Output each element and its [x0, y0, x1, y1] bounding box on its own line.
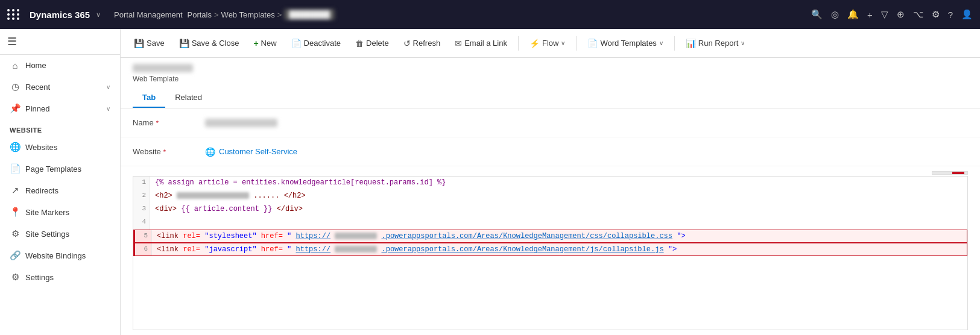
settings-icon[interactable]: ⚙	[932, 9, 940, 20]
toolbar-separator-1	[518, 36, 519, 51]
name-label: Name *	[133, 118, 205, 127]
tab-tab[interactable]: Tab	[133, 88, 165, 108]
sidebar-website-bindings-label: Website Bindings	[25, 251, 86, 260]
sidebar-page-templates-label: Page Templates	[25, 164, 81, 174]
sidebar-item-website-bindings[interactable]: 🔗 Website Bindings	[0, 245, 120, 266]
name-value[interactable]	[205, 119, 277, 127]
sidebar-site-markers-label: Site Markers	[25, 208, 69, 217]
flow-label: Flow	[542, 39, 558, 48]
circle-plus-icon[interactable]: ⊕	[897, 9, 905, 20]
breadcrumb-portals[interactable]: Portals	[188, 10, 212, 19]
app-name[interactable]: Dynamics 365	[30, 10, 90, 20]
sidebar-item-websites[interactable]: 🌐 Websites	[0, 136, 120, 158]
sidebar-item-home[interactable]: ⌂ Home	[0, 55, 120, 76]
delete-button[interactable]: 🗑 Delete	[349, 36, 395, 51]
new-label: New	[261, 39, 277, 48]
website-section-label: Website	[0, 119, 120, 136]
minimap-highlight	[952, 172, 964, 174]
run-report-icon: 📊	[686, 39, 696, 48]
main-layout: ☰ ⌂ Home ◷ Recent ∨ 📌 Pinned ∨ Website 🌐…	[0, 29, 980, 335]
websites-icon: 🌐	[10, 142, 21, 152]
sidebar-item-settings[interactable]: ⚙ Settings	[0, 266, 120, 288]
top-navigation: Dynamics 365 ∨ Portal Management Portals…	[0, 0, 980, 29]
portal-management-label[interactable]: Portal Management	[114, 10, 182, 19]
sidebar: ☰ ⌂ Home ◷ Recent ∨ 📌 Pinned ∨ Website 🌐…	[0, 29, 121, 335]
content-header: Web Template Tab Related	[121, 58, 980, 108]
flow-icon: ⚡	[530, 39, 540, 48]
breadcrumb-sep2: >	[277, 10, 282, 19]
sidebar-item-redirects[interactable]: ↗ Redirects	[0, 180, 120, 201]
refresh-button[interactable]: ↺ Refresh	[397, 36, 447, 51]
breadcrumb-web-templates[interactable]: Web Templates	[221, 10, 275, 19]
toolbar: 💾 Save 💾 Save & Close + New 📄 Deactivate…	[121, 29, 980, 58]
pinned-icon: 📌	[10, 103, 21, 114]
save-close-button[interactable]: 💾 Save & Close	[173, 36, 245, 51]
email-link-label: Email a Link	[464, 39, 507, 48]
code-line-5: 5 <link rel= "stylesheet" href= " https:…	[133, 230, 967, 243]
word-templates-label: Word Templates	[600, 39, 656, 48]
app-name-chevron-icon[interactable]: ∨	[96, 11, 101, 19]
deactivate-button[interactable]: 📄 Deactivate	[285, 36, 347, 51]
sidebar-websites-label: Websites	[25, 143, 57, 152]
flow-chevron-icon: ∨	[561, 40, 565, 46]
user-icon[interactable]: 👤	[961, 9, 973, 20]
sidebar-top: ☰	[0, 29, 120, 55]
website-link-text: Customer Self-Service	[219, 147, 297, 156]
code-editor[interactable]: 1 {% assign article = entities.knowledge…	[133, 176, 968, 330]
link-6-suffix[interactable]: .powerappsportals.com/Areas/KnowledgeMan…	[382, 245, 664, 254]
save-close-label: Save & Close	[192, 39, 239, 48]
delete-label: Delete	[366, 39, 389, 48]
deactivate-label: Deactivate	[304, 39, 341, 48]
flow-button[interactable]: ⚡ Flow ∨	[523, 36, 571, 51]
toolbar-separator-2	[576, 36, 577, 51]
name-field: Name *	[121, 108, 980, 137]
word-templates-button[interactable]: 📄 Word Templates ∨	[581, 36, 669, 51]
new-button[interactable]: + New	[247, 36, 282, 51]
link-5-suffix[interactable]: .powerappsportals.com/Areas/KnowledgeMan…	[382, 232, 672, 240]
run-report-button[interactable]: 📊 Run Report ∨	[680, 36, 751, 51]
sidebar-item-page-templates[interactable]: 📄 Page Templates	[0, 158, 120, 180]
refresh-icon: ↺	[403, 39, 411, 48]
filter-icon[interactable]: ▽	[881, 9, 888, 20]
website-bindings-icon: 🔗	[10, 250, 21, 261]
sidebar-item-pinned[interactable]: 📌 Pinned ∨	[0, 98, 120, 119]
app-launcher-icon[interactable]	[7, 9, 20, 20]
pinned-chevron-icon: ∨	[106, 105, 110, 112]
sidebar-item-recent[interactable]: ◷ Recent ∨	[0, 76, 120, 98]
sidebar-redirects-label: Redirects	[25, 186, 58, 195]
run-report-chevron-icon: ∨	[741, 40, 745, 46]
website-label: Website *	[133, 147, 205, 156]
plus-icon[interactable]: +	[867, 10, 873, 20]
link-5-href[interactable]: https://	[296, 232, 330, 240]
recent-chevron-icon: ∨	[106, 84, 110, 90]
email-link-button[interactable]: ✉ Email a Link	[449, 36, 513, 51]
toolbar-separator-3	[674, 36, 675, 51]
save-button[interactable]: 💾 Save	[128, 36, 171, 51]
tab-related[interactable]: Related	[165, 88, 212, 108]
sidebar-settings-label: Settings	[25, 273, 54, 282]
network-icon[interactable]: ⌥	[913, 9, 923, 20]
delete-icon: 🗑	[355, 39, 364, 48]
search-icon[interactable]: 🔍	[811, 9, 823, 20]
code-line-1: 1 {% assign article = entities.knowledge…	[133, 177, 967, 190]
recent-icon: ◷	[10, 81, 21, 92]
link-6-href[interactable]: https://	[296, 245, 330, 254]
sidebar-item-site-markers[interactable]: 📍 Site Markers	[0, 201, 120, 223]
site-markers-icon: 📍	[10, 207, 21, 218]
website-link[interactable]: 🌐 Customer Self-Service	[205, 147, 297, 157]
help-icon[interactable]: ?	[948, 10, 953, 20]
word-templates-chevron-icon: ∨	[659, 40, 663, 46]
code-line-2: 2 <h2> ...... </h2>	[133, 190, 967, 203]
hamburger-icon[interactable]: ☰	[7, 36, 17, 48]
content-area: Web Template Tab Related Name *	[121, 58, 980, 335]
email-icon: ✉	[455, 39, 462, 48]
word-templates-icon: 📄	[587, 39, 598, 48]
minimap	[932, 171, 968, 175]
sidebar-recent-label: Recent	[25, 83, 50, 92]
save-close-icon: 💾	[179, 39, 189, 48]
target-icon[interactable]: ◎	[831, 9, 839, 20]
website-field: Website * 🌐 Customer Self-Service	[121, 137, 980, 166]
bell-icon[interactable]: 🔔	[847, 9, 859, 20]
sidebar-item-site-settings[interactable]: ⚙ Site Settings	[0, 223, 120, 245]
sidebar-site-settings-label: Site Settings	[25, 230, 69, 239]
